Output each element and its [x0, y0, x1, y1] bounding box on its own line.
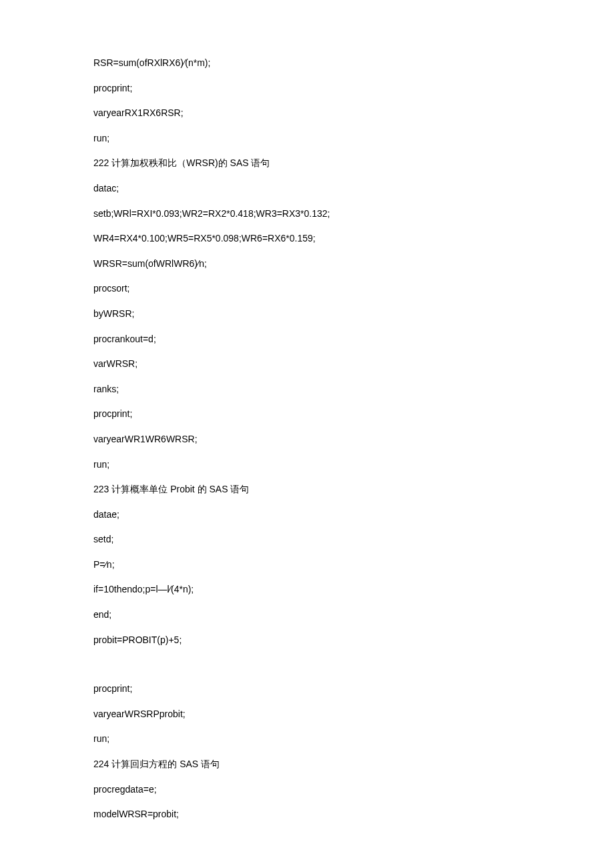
code-line: datac;: [93, 182, 521, 195]
code-line: if=10thendo;p=l—l∕(4*n);: [93, 583, 521, 596]
code-line: run;: [93, 132, 521, 145]
code-line: procprint;: [93, 82, 521, 95]
section-heading: 222 计算加权秩和比（WRSR)的 SAS 语句: [93, 157, 521, 170]
code-line: WR4=RX4*0.100;WR5=RX5*0.098;WR6=RX6*0.15…: [93, 232, 521, 246]
code-line: procrankout=d;: [93, 333, 521, 346]
code-line: procregdata=e;: [93, 783, 521, 797]
code-line: varWRSR;: [93, 358, 521, 371]
code-line: procprint;: [93, 683, 521, 696]
code-line: setd;: [93, 533, 521, 546]
code-line: ranks;: [93, 383, 521, 396]
section-heading: 223 计算概率单位 Probit 的 SAS 语句: [93, 483, 521, 496]
code-line: byWRSR;: [93, 308, 521, 321]
code-line: probit=PROBIT(p)+5;: [93, 634, 521, 647]
code-line: varyearWR1WR6WRSR;: [93, 433, 521, 446]
code-line: datae;: [93, 508, 521, 522]
code-line: run;: [93, 733, 521, 746]
blank-line: [93, 659, 521, 671]
code-line: RSR=sum(ofRXlRX6)∕(n*m);: [93, 57, 521, 70]
code-line: end;: [93, 608, 521, 622]
section-heading: 224 计算回归方程的 SAS 语句: [93, 758, 521, 771]
code-line: varyearWRSRPprobit;: [93, 708, 521, 721]
code-line: varyearRX1RX6RSR;: [93, 107, 521, 120]
code-line: setb;WRl=RXI*0.093;WR2=RX2*0.418;WR3=RX3…: [93, 207, 521, 221]
code-line: modelWRSR=probit;: [93, 808, 521, 821]
code-line: run;: [93, 458, 521, 472]
code-line: WRSR=sum(ofWRlWR6)∕n;: [93, 258, 521, 271]
document-page: RSR=sum(ofRXlRX6)∕(n*m); procprint; vary…: [0, 0, 614, 868]
code-line: procprint;: [93, 408, 521, 421]
code-line: procsort;: [93, 282, 521, 296]
code-line: P=∕n;: [93, 558, 521, 572]
